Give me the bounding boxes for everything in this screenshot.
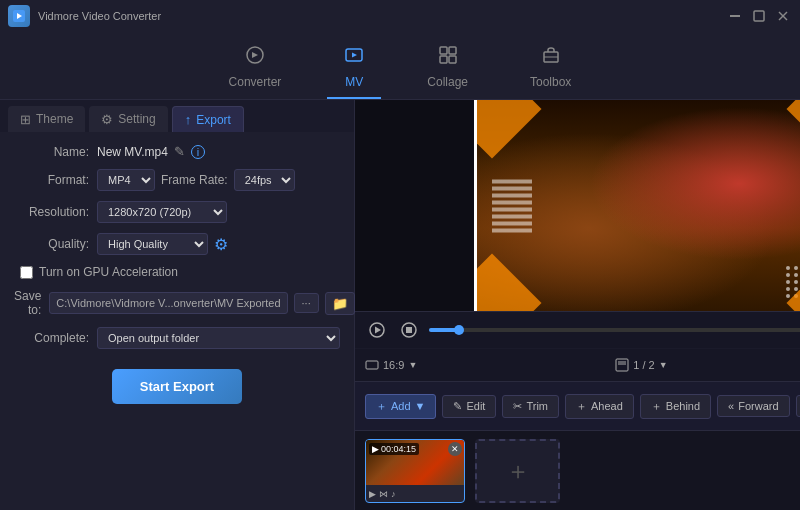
tab-toolbox-label: Toolbox	[530, 75, 571, 89]
complete-select[interactable]: Open output folder Do nothing	[97, 327, 340, 349]
save-control: C:\Vidmore\Vidmore V...onverter\MV Expor…	[49, 292, 354, 315]
add-button[interactable]: ＋ Add ▼	[365, 394, 436, 419]
frame-rate-label: Frame Rate:	[161, 173, 228, 187]
panel-tab-theme[interactable]: ⊞ Theme	[8, 106, 85, 132]
quality-settings-button[interactable]: ⚙	[214, 235, 228, 254]
minimize-button[interactable]	[726, 7, 744, 25]
svg-rect-20	[618, 361, 622, 365]
tab-mv[interactable]: MV	[327, 38, 381, 99]
save-row: Save to: C:\Vidmore\Vidmore V...onverter…	[14, 289, 340, 317]
play-button[interactable]	[365, 318, 389, 342]
theme-grid-icon: ⊞	[20, 112, 31, 127]
ahead-button[interactable]: ＋ Ahead	[565, 394, 634, 419]
name-label: Name:	[14, 145, 89, 159]
app-title: Vidmore Video Converter	[38, 10, 726, 22]
svg-rect-8	[440, 47, 447, 54]
timeline-action-icons: ▶ ⋈ ♪	[369, 489, 396, 499]
format-select[interactable]: MP4 MKV AVI	[97, 169, 155, 191]
timeline-add-button[interactable]: ＋	[475, 439, 560, 503]
svg-rect-18	[366, 361, 378, 369]
timeline-trim-icon: ⋈	[379, 489, 388, 499]
trim-icon: ✂	[513, 400, 522, 413]
info-icon[interactable]: i	[191, 145, 205, 159]
save-label: Save to:	[14, 289, 41, 317]
complete-row: Complete: Open output folder Do nothing	[14, 327, 340, 349]
panel-tabs: ⊞ Theme ⚙ Setting ↑ Export	[0, 100, 354, 132]
svg-rect-11	[449, 56, 456, 63]
timeline: ▶ 00:04:15 ✕ ▶ ⋈ ♪ ＋	[355, 430, 800, 510]
resolution-label: Resolution:	[14, 205, 89, 219]
behind-icon: ＋	[651, 399, 662, 414]
path-dots-button[interactable]: ···	[294, 293, 319, 313]
svg-rect-9	[449, 47, 456, 54]
forward-button[interactable]: « Forward	[717, 395, 789, 417]
video-frame: ✕	[474, 100, 800, 311]
gpu-checkbox[interactable]	[20, 266, 33, 279]
svg-rect-10	[440, 56, 447, 63]
complete-control: Open output folder Do nothing	[97, 327, 340, 349]
progress-dot	[454, 325, 464, 335]
tab-toolbox[interactable]: Toolbox	[514, 38, 587, 99]
timeline-audio-icon: ♪	[391, 489, 396, 499]
svg-marker-15	[375, 327, 381, 334]
page-chevron-icon: ▼	[659, 360, 668, 370]
page-display: 1 / 2	[633, 359, 654, 371]
name-value: New MV.mp4	[97, 145, 168, 159]
page-control[interactable]: 1 / 2 ▼	[615, 358, 667, 372]
forward-icon: «	[728, 400, 734, 412]
format-row: Format: MP4 MKV AVI Frame Rate: 24fps 30…	[14, 169, 340, 191]
resolution-control: 1280x720 (720p) 1920x1080 (1080p) 3840x2…	[97, 201, 340, 223]
export-arrow-icon: ↑	[185, 112, 192, 127]
maximize-button[interactable]	[750, 7, 768, 25]
tab-mv-label: MV	[345, 75, 363, 89]
start-export-button[interactable]: Start Export	[112, 369, 242, 404]
stripes-decoration	[492, 179, 532, 232]
edit-name-icon[interactable]: ✎	[174, 144, 185, 159]
timeline-close-button[interactable]: ✕	[448, 442, 462, 456]
panel-tab-export[interactable]: ↑ Export	[172, 106, 244, 132]
tab-collage[interactable]: Collage	[411, 38, 484, 99]
resolution-select[interactable]: 1280x720 (720p) 1920x1080 (1080p) 3840x2…	[97, 201, 227, 223]
tab-converter-label: Converter	[229, 75, 282, 89]
edit-button[interactable]: ✎ Edit	[442, 395, 496, 418]
progress-bar[interactable]	[429, 328, 800, 332]
tab-converter[interactable]: Converter	[213, 38, 298, 99]
right-panel: ✕	[355, 100, 800, 510]
timeline-item[interactable]: ▶ 00:04:15 ✕ ▶ ⋈ ♪	[365, 439, 465, 503]
tab-collage-label: Collage	[427, 75, 468, 89]
svg-rect-3	[754, 11, 764, 21]
ratio-control[interactable]: 16:9 ▼	[365, 358, 417, 372]
open-folder-button[interactable]: 📁	[325, 292, 355, 315]
close-button[interactable]	[774, 7, 792, 25]
stop-button[interactable]	[397, 318, 421, 342]
gpu-row: Turn on GPU Acceleration	[20, 265, 340, 279]
resolution-row: Resolution: 1280x720 (720p) 1920x1080 (1…	[14, 201, 340, 223]
format-label: Format:	[14, 173, 89, 187]
secondary-controls: 16:9 ▼ 1 / 2 ▼ Start Export	[355, 348, 800, 381]
window-controls	[726, 7, 792, 25]
left-panel: ⊞ Theme ⚙ Setting ↑ Export Name: New MV.…	[0, 100, 355, 510]
behind-button[interactable]: ＋ Behind	[640, 394, 711, 419]
svg-rect-2	[730, 15, 740, 17]
frame-rate-select[interactable]: 24fps 30fps 60fps	[234, 169, 295, 191]
save-path: C:\Vidmore\Vidmore V...onverter\MV Expor…	[49, 292, 287, 314]
bottom-toolbar: ＋ Add ▼ ✎ Edit ✂ Trim ＋ Ahead ＋ Behind «	[355, 381, 800, 430]
toolbox-icon	[540, 44, 562, 71]
quality-row: Quality: High Quality Medium Quality Low…	[14, 233, 340, 255]
video-content: ✕	[477, 100, 800, 311]
app-logo	[8, 5, 30, 27]
title-bar: Vidmore Video Converter	[0, 0, 800, 32]
add-chevron-icon: ▼	[415, 400, 426, 412]
progress-fill	[429, 328, 459, 332]
backward-button[interactable]: » Backward	[796, 395, 800, 417]
aspect-ratio: 16:9	[383, 359, 404, 371]
main-nav: Converter MV Collage Toolbox	[0, 32, 800, 100]
name-control: New MV.mp4 ✎ i	[97, 144, 340, 159]
gpu-label[interactable]: Turn on GPU Acceleration	[39, 265, 178, 279]
panel-tab-setting[interactable]: ⚙ Setting	[89, 106, 167, 132]
quality-select[interactable]: High Quality Medium Quality Low Quality	[97, 233, 208, 255]
collage-icon	[437, 44, 459, 71]
trim-button[interactable]: ✂ Trim	[502, 395, 559, 418]
format-control: MP4 MKV AVI Frame Rate: 24fps 30fps 60fp…	[97, 169, 340, 191]
quality-label: Quality:	[14, 237, 89, 251]
